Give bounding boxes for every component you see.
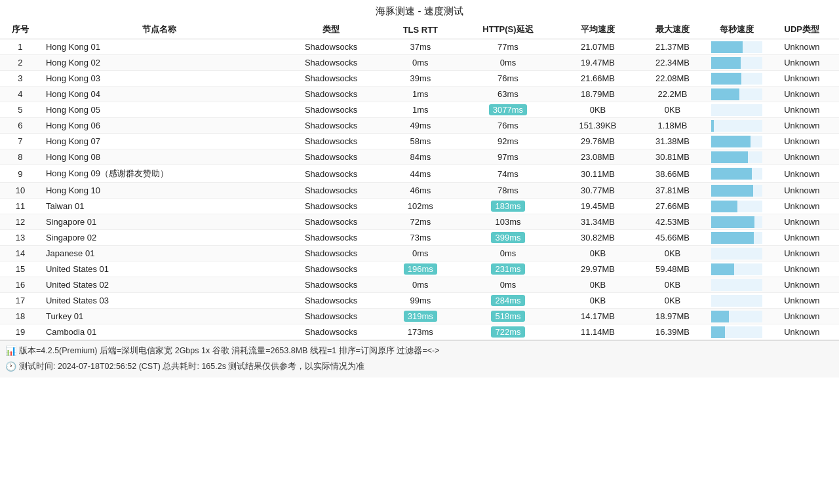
cell-name: United States 03 (41, 293, 279, 309)
cell-type: Shadowsocks (279, 71, 384, 87)
cell-bar (709, 199, 765, 214)
table-row: 2 Hong Kong 02 Shadowsocks 0ms 0ms 19.47… (0, 55, 839, 71)
speed-bar-wrap (711, 201, 762, 212)
tls-value: 73ms (410, 233, 431, 242)
cell-avg: 0KB (559, 277, 637, 293)
table-row: 4 Hong Kong 04 Shadowsocks 1ms 63ms 18.7… (0, 87, 839, 102)
speed-bar (711, 232, 754, 244)
cell-name: Hong Kong 02 (41, 55, 279, 71)
cell-id: 5 (0, 102, 41, 118)
table-row: 7 Hong Kong 07 Shadowsocks 58ms 92ms 29.… (0, 134, 839, 149)
cell-bar (709, 134, 765, 149)
table-row: 17 United States 03 Shadowsocks 99ms 284… (0, 293, 839, 309)
cell-id: 17 (0, 293, 41, 309)
cell-tls: 58ms (383, 134, 457, 149)
cell-name: Turkey 01 (41, 309, 279, 324)
cell-udp: Unknown (765, 277, 839, 293)
cell-tls: 102ms (383, 199, 457, 214)
cell-bar (709, 55, 765, 71)
cell-bar (709, 262, 765, 277)
speed-bar (711, 136, 751, 147)
http-value: 97ms (498, 152, 518, 162)
cell-tls: 46ms (383, 183, 457, 199)
cell-name: Hong Kong 07 (41, 134, 279, 149)
speed-bar-wrap (711, 57, 762, 69)
tls-value: 1ms (412, 89, 429, 99)
table-row: 1 Hong Kong 01 Shadowsocks 37ms 77ms 21.… (0, 39, 839, 55)
cell-name: Hong Kong 09（感谢群友赞助） (41, 165, 279, 183)
http-value: 63ms (498, 89, 518, 99)
cell-avg: 0KB (559, 293, 637, 309)
cell-http: 399ms (457, 230, 558, 246)
cell-tls: 196ms (383, 262, 457, 277)
table-row: 10 Hong Kong 10 Shadowsocks 46ms 78ms 30… (0, 183, 839, 199)
footer-text1: 版本=4.2.5(Premium) 后端=深圳电信家宽 2Gbps 1x 谷歌 … (19, 344, 439, 358)
cell-udp: Unknown (765, 118, 839, 134)
cell-udp: Unknown (765, 214, 839, 230)
speed-test-table: 序号 节点名称 类型 TLS RTT HTTP(S)延迟 平均速度 最大速度 每… (0, 20, 839, 340)
cell-type: Shadowsocks (279, 118, 384, 134)
tls-value: 1ms (412, 105, 429, 115)
col-name: 节点名称 (41, 20, 279, 39)
cell-type: Shadowsocks (279, 246, 384, 262)
cell-id: 13 (0, 230, 41, 246)
col-http: HTTP(S)延迟 (457, 20, 558, 39)
speed-bar-wrap (711, 168, 762, 180)
table-row: 12 Singapore 01 Shadowsocks 72ms 103ms 3… (0, 214, 839, 230)
speed-bar (711, 201, 738, 212)
cell-http: 76ms (457, 71, 558, 87)
cell-id: 18 (0, 309, 41, 324)
http-value: 284ms (491, 295, 524, 306)
cell-http: 92ms (457, 134, 558, 149)
cell-name: Singapore 01 (41, 214, 279, 230)
cell-tls: 0ms (383, 277, 457, 293)
http-value: 399ms (491, 232, 524, 243)
cell-bar (709, 149, 765, 165)
speed-bar (711, 151, 748, 163)
cell-tls: 39ms (383, 71, 457, 87)
cell-max: 0KB (636, 293, 708, 309)
http-value: 722ms (491, 326, 524, 338)
cell-udp: Unknown (765, 199, 839, 214)
http-value: 183ms (491, 201, 524, 212)
cell-udp: Unknown (765, 134, 839, 149)
cell-max: 22.2MB (636, 87, 708, 102)
cell-udp: Unknown (765, 262, 839, 277)
cell-bar (709, 183, 765, 199)
cell-id: 10 (0, 183, 41, 199)
cell-udp: Unknown (765, 324, 839, 340)
cell-name: Hong Kong 03 (41, 71, 279, 87)
tls-value: 72ms (410, 217, 431, 227)
col-id: 序号 (0, 20, 41, 39)
cell-http: 103ms (457, 214, 558, 230)
cell-type: Shadowsocks (279, 39, 384, 55)
cell-tls: 72ms (383, 214, 457, 230)
chart-icon: 📊 (5, 343, 16, 359)
cell-name: Hong Kong 01 (41, 39, 279, 55)
http-value: 518ms (491, 311, 524, 322)
cell-type: Shadowsocks (279, 293, 384, 309)
cell-type: Shadowsocks (279, 230, 384, 246)
cell-type: Shadowsocks (279, 309, 384, 324)
tls-value: 84ms (410, 152, 431, 162)
cell-id: 9 (0, 165, 41, 183)
footer: 📊 版本=4.2.5(Premium) 后端=深圳电信家宽 2Gbps 1x 谷… (0, 340, 839, 378)
cell-name: Hong Kong 10 (41, 183, 279, 199)
table-row: 3 Hong Kong 03 Shadowsocks 39ms 76ms 21.… (0, 71, 839, 87)
tls-value: 46ms (410, 185, 431, 195)
cell-type: Shadowsocks (279, 214, 384, 230)
table-row: 18 Turkey 01 Shadowsocks 319ms 518ms 14.… (0, 309, 839, 324)
speed-bar (711, 263, 734, 275)
cell-tls: 84ms (383, 149, 457, 165)
speed-bar (711, 120, 714, 132)
speed-bar (711, 216, 754, 228)
table-row: 11 Taiwan 01 Shadowsocks 102ms 183ms 19.… (0, 199, 839, 214)
table-row: 14 Japanese 01 Shadowsocks 0ms 0ms 0KB 0… (0, 246, 839, 262)
cell-http: 518ms (457, 309, 558, 324)
cell-max: 31.38MB (636, 134, 708, 149)
cell-http: 0ms (457, 277, 558, 293)
speed-bar-wrap (711, 41, 762, 53)
cell-http: 77ms (457, 39, 558, 55)
table-row: 6 Hong Kong 06 Shadowsocks 49ms 76ms 151… (0, 118, 839, 134)
cell-bar (709, 118, 765, 134)
